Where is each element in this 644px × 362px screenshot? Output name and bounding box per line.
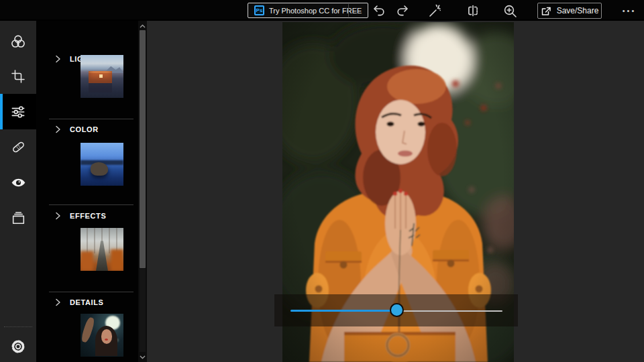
effects-thumbnail[interactable] xyxy=(80,228,123,271)
scrollbar-thumb[interactable] xyxy=(140,30,146,268)
scrollbar-track[interactable] xyxy=(140,269,146,352)
section-divider xyxy=(49,204,133,205)
section-color-label: COLOR xyxy=(70,125,99,133)
undo-button[interactable] xyxy=(370,2,388,19)
toolbar-divider xyxy=(348,4,349,17)
tool-red-eye[interactable] xyxy=(0,165,36,200)
tool-borders[interactable] xyxy=(0,200,36,236)
crop-icon xyxy=(10,68,26,84)
slider-handle[interactable] xyxy=(390,303,404,317)
thumb-art xyxy=(101,329,113,344)
save-share-button[interactable]: Save/Share xyxy=(537,3,602,19)
auto-enhance-button[interactable] xyxy=(426,2,443,19)
zoom-button[interactable] xyxy=(501,2,519,19)
more-options-button[interactable]: ••• xyxy=(619,2,640,19)
scroll-up-button[interactable] xyxy=(138,21,147,30)
zoom-in-icon xyxy=(502,3,518,19)
light-thumbnail[interactable] xyxy=(80,55,123,98)
undo-icon xyxy=(372,3,386,18)
chevron-right-icon xyxy=(55,55,61,63)
adjustments-panel: LIGHT COLOR EFFECTS xyxy=(36,21,138,362)
photoshop-logo-icon: Ps xyxy=(254,5,264,15)
save-share-label: Save/Share xyxy=(557,6,599,15)
magic-wand-icon xyxy=(427,3,442,18)
thumb-art xyxy=(89,83,113,93)
red-eye-icon xyxy=(10,174,27,191)
healing-bandaid-icon xyxy=(10,139,27,156)
redo-icon xyxy=(395,3,410,18)
settings-button[interactable] xyxy=(0,328,36,362)
thumb-art xyxy=(91,162,108,175)
adjustment-slider xyxy=(274,294,518,326)
section-divider xyxy=(49,292,133,292)
tool-looks[interactable] xyxy=(0,23,36,59)
tool-rail xyxy=(0,21,36,362)
thumb-art xyxy=(111,249,123,271)
compare-before-after-icon xyxy=(466,3,480,18)
tool-adjustments[interactable] xyxy=(0,94,36,129)
top-toolbar: Ps Try Photoshop CC for FREE xyxy=(0,0,644,21)
section-details-label: DETAILS xyxy=(70,298,103,306)
adjustments-sliders-icon xyxy=(9,103,27,121)
chevron-right-icon xyxy=(55,298,61,306)
section-color[interactable]: COLOR xyxy=(55,125,99,133)
scroll-down-icon xyxy=(140,355,146,359)
tool-healing[interactable] xyxy=(0,129,36,165)
section-details[interactable]: DETAILS xyxy=(55,298,103,306)
scroll-up-icon xyxy=(140,24,146,28)
app-window: Ps Try Photoshop CC for FREE xyxy=(0,0,644,362)
chevron-right-icon xyxy=(55,212,61,220)
section-divider xyxy=(49,119,133,119)
rail-divider xyxy=(4,326,32,327)
compare-button[interactable] xyxy=(464,2,482,19)
thumb-art xyxy=(80,316,95,343)
section-effects[interactable]: EFFECTS xyxy=(55,212,106,220)
tool-crop[interactable] xyxy=(0,58,36,94)
redo-button[interactable] xyxy=(394,2,411,19)
borders-frames-icon xyxy=(10,210,27,227)
chevron-right-icon xyxy=(55,125,61,133)
more-dots-icon: ••• xyxy=(623,7,637,15)
section-effects-label: EFFECTS xyxy=(70,212,106,220)
settings-gear-icon xyxy=(9,338,27,355)
panel-scrollbar[interactable] xyxy=(138,21,147,362)
scroll-down-button[interactable] xyxy=(138,353,147,361)
try-photoshop-button[interactable]: Ps Try Photoshop CC for FREE xyxy=(248,3,368,18)
slider-track-filled[interactable] xyxy=(290,310,397,312)
thumb-art xyxy=(80,251,93,271)
details-thumbnail[interactable] xyxy=(80,314,123,357)
thumb-art xyxy=(99,74,102,78)
color-thumbnail[interactable] xyxy=(80,143,123,186)
share-icon xyxy=(541,5,552,17)
slider-track-empty[interactable] xyxy=(397,310,502,312)
looks-icon xyxy=(9,33,27,50)
